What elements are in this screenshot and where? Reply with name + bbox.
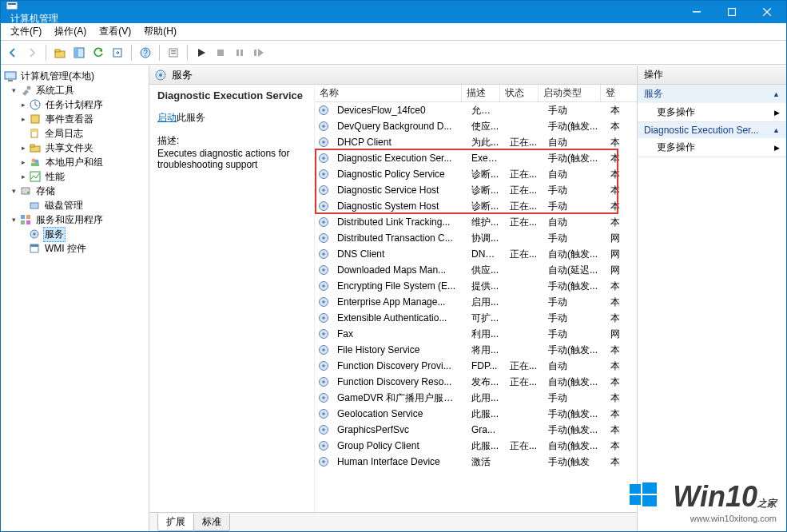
expand-icon[interactable]: ▾ <box>9 85 18 95</box>
svg-point-68 <box>322 284 325 288</box>
tree-local-users[interactable]: 本地用户和组 <box>44 156 105 169</box>
service-row[interactable]: Diagnostic Execution Ser...Exec...手动(触发.… <box>315 150 637 166</box>
service-row[interactable]: Enterprise App Manage...启用...手动本 <box>315 294 637 310</box>
tree-shared-folders[interactable]: 共享文件夹 <box>44 141 95 155</box>
menu-help[interactable]: 帮助(H) <box>137 24 183 39</box>
tb-restart-svc[interactable] <box>250 44 268 62</box>
tree-system-tools[interactable]: 系统工具 <box>34 84 76 97</box>
service-row[interactable]: DevicesFlow_14fce0允许 ...手动本 <box>315 102 637 118</box>
menu-view[interactable]: 查看(V) <box>93 24 137 39</box>
gear-icon <box>317 200 330 212</box>
expand-icon[interactable]: ▸ <box>18 172 28 181</box>
tree-event-viewer[interactable]: 事件查看器 <box>44 113 95 126</box>
expand-icon[interactable]: ▸ <box>18 114 28 124</box>
service-row[interactable]: DevQuery Background D...使应...手动(触发...本 <box>315 118 637 134</box>
service-row[interactable]: Group Policy Client此服...正在...自动(触发...本 <box>315 438 637 454</box>
actions-more-1[interactable]: 更多操作▶ <box>638 103 786 121</box>
service-row[interactable]: Distributed Transaction C...协调...手动网 <box>315 230 637 246</box>
tb-pause-svc[interactable] <box>231 44 248 62</box>
service-row[interactable]: DHCP Client为此...正在...自动本 <box>315 134 637 150</box>
service-row[interactable]: Extensible Authenticatio...可扩...手动本 <box>315 310 637 326</box>
tree-services-apps[interactable]: 服务和应用程序 <box>34 213 105 227</box>
service-row[interactable]: File History Service将用...手动(触发...本 <box>315 342 637 358</box>
gear-icon <box>317 216 330 228</box>
tb-up[interactable] <box>51 44 69 62</box>
service-row[interactable]: Encrypting File System (E...提供...手动(触发..… <box>315 278 637 294</box>
service-list[interactable]: 名称 描述 状态 启动类型 登 DevicesFlow_14fce0允许 ...… <box>314 85 637 512</box>
tb-properties[interactable] <box>165 44 182 62</box>
tb-start-svc[interactable] <box>193 44 210 62</box>
col-start[interactable]: 启动类型 <box>539 85 601 101</box>
tb-export[interactable] <box>109 44 126 62</box>
service-row[interactable]: Downloaded Maps Man...供应...自动(延迟...网 <box>315 262 637 278</box>
service-row[interactable]: Function Discovery Provi...FDP...正在...自动… <box>315 358 637 374</box>
service-row[interactable]: Diagnostic Service Host诊断...正在...手动本 <box>315 182 637 198</box>
service-row[interactable]: Fax利用...手动网 <box>315 326 637 342</box>
cell-logon: 本 <box>606 150 620 167</box>
tb-back[interactable] <box>4 44 22 62</box>
minimize-button[interactable] <box>679 1 714 23</box>
tree-disk-mgmt[interactable]: 磁盘管理 <box>43 199 85 212</box>
watermark-url: www.win10xitong.com <box>628 514 777 523</box>
menu-file[interactable]: 文件(F) <box>4 24 48 39</box>
svg-point-74 <box>322 332 325 335</box>
tb-help[interactable]: ? <box>137 44 154 62</box>
tb-forward[interactable] <box>23 44 41 62</box>
cell-desc: 将用... <box>467 342 505 359</box>
tree-storage[interactable]: 存储 <box>34 185 57 198</box>
tree-global-logs[interactable]: 全局日志 <box>43 127 85 141</box>
svg-point-86 <box>322 428 325 431</box>
actions-section-services[interactable]: 服务▲ <box>638 85 786 103</box>
service-row[interactable]: Diagnostic Policy Service诊断...正在...自动本 <box>315 166 637 182</box>
col-status[interactable]: 状态 <box>500 85 539 101</box>
tree-task-scheduler[interactable]: 任务计划程序 <box>44 98 105 112</box>
cell-status <box>505 316 543 320</box>
tb-refresh[interactable] <box>89 44 107 62</box>
tb-details[interactable] <box>70 44 88 62</box>
service-row[interactable]: DNS ClientDNS...正在...自动(触发...网 <box>315 246 637 262</box>
col-name[interactable]: 名称 <box>315 85 462 101</box>
actions-more-2[interactable]: 更多操作▶ <box>638 138 786 157</box>
expand-icon[interactable]: ▸ <box>18 157 28 167</box>
tb-stop-svc[interactable] <box>212 44 229 62</box>
cell-name: GraphicsPerfSvc <box>332 423 467 437</box>
tab-standard[interactable]: 标准 <box>193 514 230 531</box>
maximize-button[interactable] <box>714 1 749 23</box>
menu-action[interactable]: 操作(A) <box>48 24 93 39</box>
cell-status: 正在... <box>505 214 543 231</box>
service-row[interactable]: Function Discovery Reso...发布...正在...自动(触… <box>315 374 637 390</box>
svg-rect-13 <box>171 50 176 52</box>
service-row[interactable]: Geolocation Service此服...手动(触发...本 <box>315 406 637 422</box>
expand-icon[interactable]: ▾ <box>9 186 18 196</box>
cell-logon: 本 <box>606 454 620 470</box>
tree-root[interactable]: 计算机管理(本地) <box>19 69 96 83</box>
expand-icon[interactable]: ▸ <box>18 143 28 153</box>
cell-status <box>505 460 543 463</box>
close-button[interactable] <box>749 1 785 23</box>
tree-services[interactable]: 服务 <box>43 227 66 242</box>
svg-point-78 <box>322 364 325 367</box>
win-logo-icon <box>628 480 668 513</box>
cell-status: 正在... <box>505 246 543 263</box>
actions-section-selected[interactable]: Diagnostic Execution Ser...▲ <box>638 122 786 138</box>
service-row[interactable]: Human Interface Device 激活手动(触发本 <box>315 454 637 470</box>
col-desc[interactable]: 描述 <box>462 85 500 101</box>
tab-extended[interactable]: 扩展 <box>157 514 194 531</box>
perf-icon <box>29 170 42 183</box>
cell-desc: 此服... <box>467 406 505 423</box>
service-row[interactable]: GraphicsPerfSvcGra...手动(触发...本 <box>315 422 637 438</box>
start-service-link[interactable]: 启动此服务 <box>157 111 306 125</box>
cell-logon: 本 <box>606 374 620 391</box>
expand-icon[interactable]: ▾ <box>9 215 18 224</box>
service-row[interactable]: Distributed Link Tracking...维护...正在...自动… <box>315 214 637 230</box>
chevron-right-icon: ▶ <box>774 109 780 117</box>
tree-performance[interactable]: 性能 <box>44 170 66 184</box>
expand-icon[interactable]: ▸ <box>18 100 28 109</box>
service-row[interactable]: GameDVR 和广播用户服务...此用...手动本 <box>315 390 637 406</box>
service-row[interactable]: Diagnostic System Host诊断...正在...手动本 <box>315 198 637 214</box>
cell-status: 正在... <box>505 182 543 199</box>
list-header[interactable]: 名称 描述 状态 启动类型 登 <box>315 85 637 102</box>
tree-wmi[interactable]: WMI 控件 <box>43 242 88 256</box>
nav-tree[interactable]: 计算机管理(本地) ▾系统工具 ▸任务计划程序 ▸事件查看器 全局日志 ▸共享文… <box>1 66 149 531</box>
col-logon[interactable]: 登 <box>601 85 615 101</box>
